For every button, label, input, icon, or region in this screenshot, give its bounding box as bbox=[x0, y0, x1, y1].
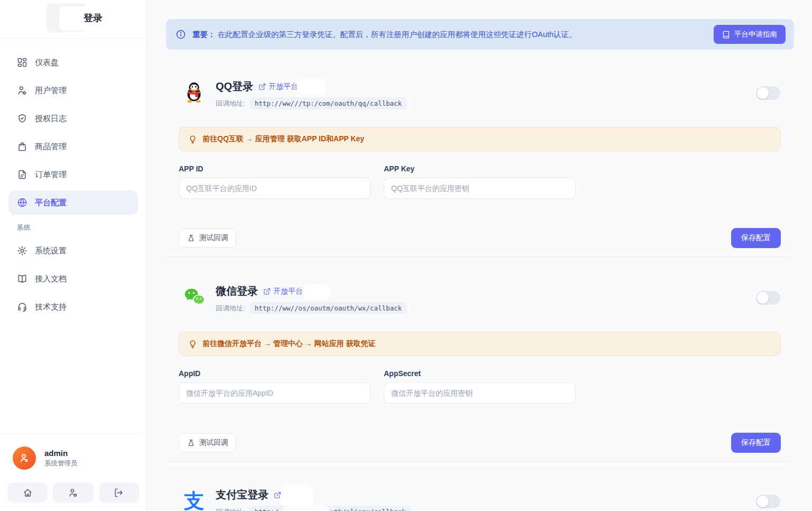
redaction-overlay bbox=[297, 79, 326, 95]
sidebar-item-label: 系统设置 bbox=[35, 246, 67, 256]
external-link-icon bbox=[274, 491, 281, 499]
external-link-icon bbox=[263, 288, 271, 295]
wechat-open-platform-link[interactable]: 开放平台 bbox=[263, 287, 303, 296]
sidebar-item-label: 平台配置 bbox=[35, 198, 67, 208]
gear-icon bbox=[17, 245, 27, 256]
qq-appid-field: APP ID bbox=[179, 165, 371, 199]
wechat-login-section: 微信登录 开放平台 回调地址: http://ww//os/oautm/oaut… bbox=[166, 279, 794, 453]
info-icon bbox=[176, 29, 186, 40]
user-panel: admin 系统管理员 bbox=[0, 433, 146, 511]
user-gear-icon bbox=[68, 488, 78, 498]
sidebar-section-label: 系统 bbox=[17, 223, 138, 232]
callback-label: 回调地址: bbox=[216, 304, 245, 313]
field-label: APP ID bbox=[179, 165, 371, 173]
qq-tip-bar: 前往QQ互联 → 应用管理 获取APP ID和APP Key bbox=[179, 127, 781, 151]
svg-text:支: 支 bbox=[183, 489, 204, 511]
wechat-appsecret-input[interactable] bbox=[384, 382, 576, 404]
book-icon bbox=[722, 31, 730, 39]
sidebar-item-label: 用户管理 bbox=[35, 86, 67, 96]
qq-save-config-button[interactable]: 保存配置 bbox=[731, 228, 781, 248]
sidebar: 登录 仪表盘 用户管理 授权日志 商品管理 bbox=[0, 0, 147, 511]
sidebar-item-label: 接入文档 bbox=[35, 274, 67, 284]
section-title: 支付宝登录 bbox=[216, 488, 269, 502]
qq-enabled-toggle[interactable] bbox=[756, 86, 780, 100]
wechat-callback-url: http://ww//os/oautm/oauth/wx/callback bbox=[250, 302, 407, 314]
sidebar-item-label: 订单管理 bbox=[35, 170, 67, 180]
dashboard-icon bbox=[17, 57, 27, 68]
external-link-icon bbox=[259, 83, 266, 90]
user-name: admin bbox=[44, 449, 78, 458]
alipay-open-platform-link[interactable] bbox=[274, 491, 281, 499]
toggle-knob bbox=[757, 87, 769, 99]
book-icon bbox=[17, 273, 27, 284]
tip-text: 前往QQ互联 → 应用管理 获取APP ID和APP Key bbox=[202, 134, 364, 144]
field-label: APP Key bbox=[384, 165, 576, 173]
wechat-test-callback-button[interactable]: 测试回调 bbox=[179, 433, 236, 452]
sidebar-item-label: 技术支持 bbox=[35, 302, 67, 312]
qq-appkey-field: APP Key bbox=[384, 165, 576, 199]
alipay-enabled-toggle[interactable] bbox=[756, 495, 780, 508]
home-button[interactable] bbox=[7, 482, 48, 503]
section-divider bbox=[166, 461, 790, 462]
sidebar-item-auth-logs[interactable]: 授权日志 bbox=[8, 106, 138, 131]
sidebar-item-label: 授权日志 bbox=[35, 114, 67, 124]
redaction-overlay bbox=[303, 285, 330, 299]
wechat-appid-field: AppID bbox=[179, 369, 371, 404]
section-title: QQ登录 bbox=[216, 79, 253, 94]
flask-icon bbox=[187, 439, 195, 447]
avatar bbox=[13, 446, 36, 470]
wechat-appid-input[interactable] bbox=[179, 382, 371, 404]
home-icon bbox=[23, 488, 33, 498]
alipay-logo-icon: 支 bbox=[182, 489, 206, 511]
wechat-appsecret-field: AppSecret bbox=[384, 369, 576, 404]
callback-label: 回调地址: bbox=[216, 507, 245, 511]
logo-area: 登录 bbox=[0, 0, 146, 39]
sidebar-item-system-settings[interactable]: 系统设置 bbox=[8, 239, 138, 263]
logout-button[interactable] bbox=[99, 482, 139, 503]
field-label: AppSecret bbox=[384, 369, 576, 378]
platform-guide-button[interactable]: 平台申请指南 bbox=[714, 25, 786, 44]
qq-callback-url: http://ww///tp:/com/oauth/qq/callback bbox=[250, 97, 407, 110]
sidebar-item-orders[interactable]: 订单管理 bbox=[8, 162, 138, 187]
wechat-logo-icon bbox=[182, 285, 206, 309]
sidebar-item-users[interactable]: 用户管理 bbox=[8, 78, 138, 103]
sidebar-item-products[interactable]: 商品管理 bbox=[8, 134, 138, 159]
alipay-callback-url: http:/ /oauth/alipay/callback bbox=[250, 506, 411, 511]
section-title: 微信登录 bbox=[216, 284, 258, 298]
qq-logo-icon bbox=[182, 80, 206, 105]
wechat-enabled-toggle[interactable] bbox=[756, 291, 780, 305]
lightbulb-icon bbox=[188, 135, 197, 144]
qq-open-platform-link[interactable]: 开放平台 bbox=[259, 82, 298, 92]
info-banner: 重要：在此配置企业级的第三方登录凭证。配置后，所有注册用户创建的应用都将使用这些… bbox=[166, 19, 794, 50]
app-logo-text: 登录 bbox=[84, 12, 103, 24]
banner-strong: 重要： bbox=[192, 30, 216, 39]
user-role: 系统管理员 bbox=[44, 459, 78, 468]
logout-icon bbox=[114, 488, 124, 498]
shield-icon bbox=[17, 113, 27, 124]
wechat-tip-bar: 前往微信开放平台 → 管理中心 → 网站应用 获取凭证 bbox=[179, 332, 781, 356]
flask-icon bbox=[187, 234, 195, 242]
sidebar-item-docs[interactable]: 接入文档 bbox=[8, 267, 138, 291]
user-gear-icon bbox=[17, 85, 27, 96]
qq-login-section: QQ登录 开放平台 回调地址: http://ww///tp:/com/oaut… bbox=[166, 74, 794, 248]
qq-appkey-input[interactable] bbox=[384, 178, 576, 199]
globe-icon bbox=[17, 197, 27, 208]
wechat-save-config-button[interactable]: 保存配置 bbox=[731, 433, 781, 453]
sidebar-item-platform-config[interactable]: 平台配置 bbox=[8, 190, 138, 215]
section-divider bbox=[166, 257, 790, 257]
field-label: AppID bbox=[179, 369, 371, 378]
banner-text: 重要：在此配置企业级的第三方登录凭证。配置后，所有注册用户创建的应用都将使用这些… bbox=[192, 30, 577, 40]
sidebar-item-label: 商品管理 bbox=[35, 142, 67, 152]
qq-appid-input[interactable] bbox=[179, 178, 371, 199]
headset-icon bbox=[17, 302, 27, 312]
sidebar-item-dashboard[interactable]: 仪表盘 bbox=[8, 50, 138, 75]
qq-test-callback-button[interactable]: 测试回调 bbox=[179, 229, 236, 248]
lightbulb-icon bbox=[188, 340, 197, 349]
profile-button[interactable] bbox=[53, 482, 93, 503]
main-content: 重要：在此配置企业级的第三方登录凭证。配置后，所有注册用户创建的应用都将使用这些… bbox=[147, 0, 812, 511]
sidebar-item-label: 仪表盘 bbox=[35, 58, 59, 68]
sidebar-item-support[interactable]: 技术支持 bbox=[8, 295, 138, 319]
alipay-login-section: 支 支付宝登录 回调地址: http:/ /oauth/alipay/ bbox=[166, 482, 794, 511]
redaction-overlay bbox=[282, 506, 329, 511]
shopping-bag-icon bbox=[17, 141, 27, 152]
